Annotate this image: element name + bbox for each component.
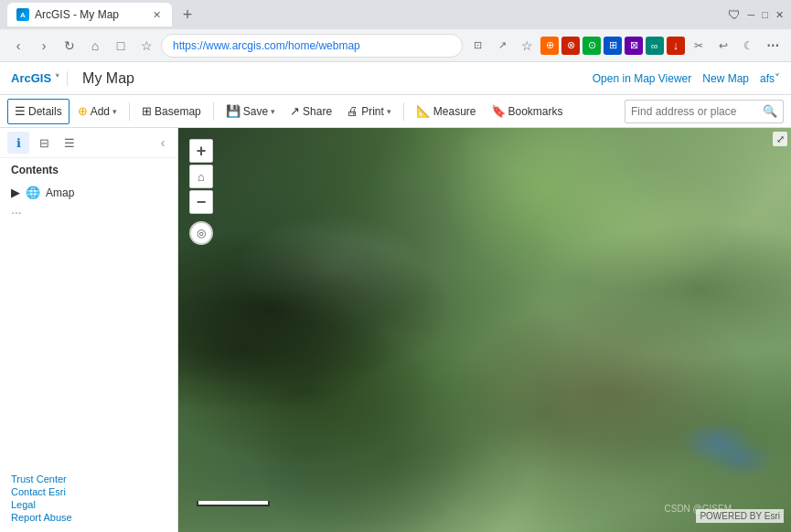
- layer-item-amap[interactable]: ▶ 🌐 Amap: [0, 182, 177, 203]
- ext-icon-6[interactable]: ∞: [646, 37, 664, 55]
- measure-icon: 📐: [416, 104, 431, 118]
- new-tab-button[interactable]: +: [176, 3, 199, 27]
- active-tab[interactable]: A ArcGIS - My Map ✕: [7, 3, 172, 27]
- bookmark-star[interactable]: ☆: [135, 35, 157, 57]
- zoom-in-button[interactable]: +: [189, 139, 213, 163]
- back-button[interactable]: ‹: [7, 35, 29, 57]
- forward-button[interactable]: ›: [33, 35, 55, 57]
- arcgis-logo-text: ArcGIS: [11, 71, 51, 85]
- map-fields-layer: [178, 128, 791, 532]
- tab-bar: A ArcGIS - My Map ✕ + 🛡 ─ □ ✕: [0, 0, 791, 29]
- cast-icon[interactable]: ⊡: [466, 35, 488, 57]
- print-label: Print: [361, 105, 384, 118]
- measure-label: Measure: [433, 105, 476, 118]
- cut-icon[interactable]: ✂: [688, 35, 710, 57]
- ext-icon-7[interactable]: ↓: [667, 37, 685, 55]
- sidebar-footer: Trust Center Contact Esri Legal Report A…: [0, 466, 177, 532]
- basemap-icon: ⊞: [142, 104, 152, 118]
- ext-icon-4[interactable]: ⊞: [604, 37, 622, 55]
- print-button[interactable]: 🖨 Print ▾: [340, 99, 398, 124]
- night-mode-icon[interactable]: ☾: [737, 35, 759, 57]
- win-controls-group: 🛡 ─ □ ✕: [728, 7, 784, 22]
- save-icon: 💾: [226, 104, 241, 118]
- add-button[interactable]: ⊕ Add ▾: [71, 99, 123, 124]
- arcgis-toolbar: ☰ Details ⊕ Add ▾ ⊞ Basemap 💾 Save ▾ ↗ S…: [0, 95, 791, 128]
- share-icon[interactable]: ↗: [491, 35, 513, 57]
- locate-button[interactable]: ◎: [189, 221, 213, 245]
- basemap-label: Basemap: [155, 105, 201, 118]
- ext-icon-1[interactable]: ⊕: [540, 37, 559, 55]
- share-icon: ↗: [290, 104, 300, 118]
- open-in-viewer-link[interactable]: Open in Map Viewer: [593, 72, 692, 85]
- layer-name: Amap: [46, 186, 74, 199]
- close-button[interactable]: ✕: [775, 9, 784, 21]
- header-right: Open in Map Viewer New Map afs˅: [593, 72, 780, 85]
- measure-button[interactable]: 📐 Measure: [410, 99, 483, 124]
- layer-expand-icon[interactable]: ▶: [11, 186, 20, 199]
- more-menu-button[interactable]: ⋯: [762, 35, 784, 57]
- sidebar-tab-info[interactable]: ℹ: [7, 132, 29, 154]
- details-button[interactable]: ☰ Details: [7, 99, 69, 124]
- report-abuse-link[interactable]: Report Abuse: [11, 512, 166, 523]
- add-label: Add: [91, 105, 110, 118]
- map-controls: + ⌂ − ◎: [189, 139, 213, 245]
- undo-icon[interactable]: ↩: [712, 35, 734, 57]
- minimize-button[interactable]: ─: [748, 9, 755, 20]
- sidebar-collapse-button[interactable]: ‹: [155, 135, 170, 150]
- address-input[interactable]: https://www.arcgis.com/home/webmap: [161, 34, 463, 58]
- details-icon: ☰: [15, 104, 26, 118]
- share-button[interactable]: ↗ Share: [283, 99, 338, 124]
- browser-window: A ArcGIS - My Map ✕ + 🛡 ─ □ ✕ ‹ › ↻ ⌂ □ …: [0, 0, 791, 532]
- save-dropdown-arrow: ▾: [271, 107, 275, 116]
- contents-title: Contents: [0, 158, 177, 182]
- tab-title: ArcGIS - My Map: [35, 8, 119, 21]
- url-text: https://www.arcgis.com/home/webmap: [173, 39, 360, 52]
- home-button[interactable]: ⌂: [84, 35, 106, 57]
- page-title: My Map: [82, 70, 134, 87]
- view-site-button[interactable]: □: [110, 35, 132, 57]
- layer-options-dots[interactable]: ···: [0, 203, 177, 221]
- tab-favicon: A: [16, 8, 29, 21]
- zoom-out-button[interactable]: −: [189, 190, 213, 214]
- ext-icon-5[interactable]: ⊠: [625, 37, 643, 55]
- legal-link[interactable]: Legal: [11, 499, 166, 510]
- sidebar-tab-legend[interactable]: ☰: [59, 132, 80, 154]
- scale-bar: [197, 501, 270, 506]
- new-map-link[interactable]: New Map: [702, 72, 749, 85]
- map-expand-button[interactable]: ⤢: [773, 132, 787, 146]
- ext-icon-3[interactable]: ⊙: [583, 37, 601, 55]
- details-label: Details: [28, 105, 62, 118]
- arcgis-logo-caret[interactable]: ˅: [55, 73, 59, 83]
- search-box[interactable]: 🔍: [625, 100, 784, 123]
- toolbar-sep-2: [213, 102, 214, 121]
- home-extent-button[interactable]: ⌂: [189, 165, 213, 188]
- bookmarks-button[interactable]: 🔖 Bookmarks: [485, 99, 570, 124]
- user-menu[interactable]: afs˅: [760, 72, 780, 85]
- arcgis-logo[interactable]: ArcGIS ˅: [11, 71, 59, 85]
- sidebar-tab-layers[interactable]: ⊟: [33, 132, 55, 154]
- shield-icon: 🛡: [728, 7, 741, 22]
- main-content: ℹ ⊟ ☰ ‹ Contents ▶ 🌐 Amap ··· Trust Cent…: [0, 128, 791, 532]
- contact-esri-link[interactable]: Contact Esri: [11, 486, 166, 497]
- layer-globe-icon: 🌐: [26, 186, 40, 199]
- bookmarks-icon: 🔖: [491, 104, 506, 118]
- save-button[interactable]: 💾 Save ▾: [219, 99, 282, 124]
- header-divider: [67, 71, 68, 86]
- add-icon: ⊕: [78, 104, 88, 118]
- tab-close-button[interactable]: ✕: [150, 8, 163, 21]
- reload-button[interactable]: ↻: [59, 35, 80, 57]
- restore-button[interactable]: □: [762, 9, 768, 20]
- bookmark-icon[interactable]: ☆: [516, 35, 538, 57]
- search-input[interactable]: [631, 105, 759, 118]
- arcgis-header: ArcGIS ˅ My Map Open in Map Viewer New M…: [0, 62, 791, 95]
- toolbar-sep-1: [129, 102, 130, 121]
- toolbar-sep-3: [403, 102, 404, 121]
- map-area[interactable]: + ⌂ − ◎ ⤢ POWERED BY Esri CSDN @GISEM: [178, 128, 791, 532]
- sidebar: ℹ ⊟ ☰ ‹ Contents ▶ 🌐 Amap ··· Trust Cent…: [0, 128, 178, 532]
- trust-center-link[interactable]: Trust Center: [11, 473, 166, 484]
- window-controls: 🛡 ─ □ ✕: [721, 7, 784, 22]
- ext-icon-2[interactable]: ⊗: [561, 37, 580, 55]
- browser-toolbar: ⊡ ↗ ☆ ⊕ ⊗ ⊙ ⊞ ⊠ ∞ ↓ ✂ ↩ ☾ ⋯: [466, 35, 784, 57]
- search-icon: 🔍: [763, 104, 777, 118]
- basemap-button[interactable]: ⊞ Basemap: [135, 99, 208, 124]
